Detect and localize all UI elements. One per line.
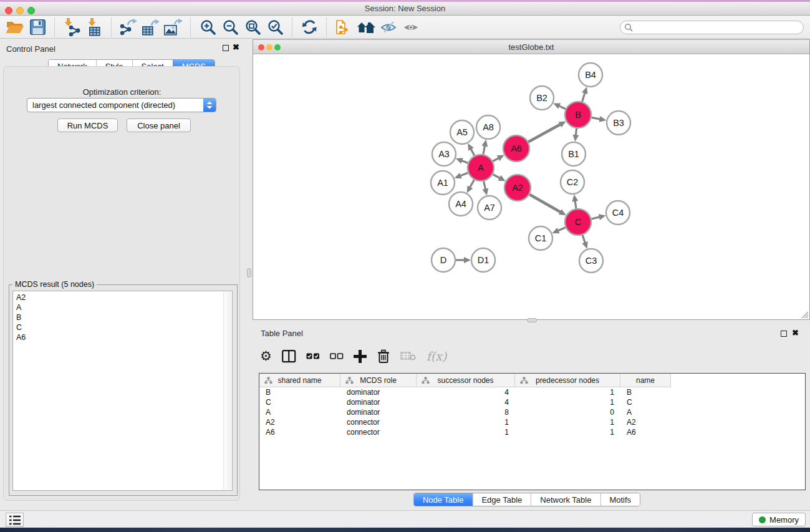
table-row[interactable]: A2connector11A2 — [259, 417, 805, 427]
graph-edge-B-B2[interactable] — [559, 106, 566, 109]
graph-arrowhead — [582, 241, 587, 249]
graph-edge-A-A4[interactable] — [470, 180, 474, 187]
graph-edge-B-B4[interactable] — [582, 93, 585, 102]
network-window-titlebar[interactable]: testGlobe.txt — [253, 40, 809, 54]
delete-columns-icon[interactable] — [377, 349, 390, 364]
deselect-all-icon[interactable] — [330, 353, 344, 359]
graph-node-label: A8 — [483, 122, 494, 132]
zoom-in-icon[interactable] — [196, 17, 219, 37]
open-session-icon[interactable] — [4, 17, 26, 37]
result-item[interactable]: B — [13, 312, 223, 322]
export-table-icon[interactable] — [140, 17, 162, 37]
column-settings-icon[interactable]: ⚙ — [260, 349, 272, 363]
optimization-criterion-label: Optimization criterion: — [0, 87, 244, 97]
table-tabs: Node Table Edge Table Network Table Moti… — [413, 493, 640, 506]
mcds-result-list[interactable]: A2 A B C A6 — [12, 291, 233, 491]
network-graph[interactable]: B4B2BB3A5A8A6B1A3AC2A1A2A4A7C4CC1C3DD1 — [253, 54, 809, 319]
result-item[interactable]: A6 — [13, 332, 223, 342]
float-panel-icon[interactable] — [781, 331, 787, 337]
run-mcds-button[interactable]: Run MCDS — [57, 118, 118, 132]
scrollbar-track[interactable] — [223, 292, 231, 490]
table-row[interactable]: Adominator80A — [259, 407, 805, 417]
column-header-mcds-role[interactable]: MCDS role — [340, 374, 417, 387]
graph-edge-A-A6[interactable] — [493, 158, 499, 161]
zoom-selected-icon[interactable] — [264, 17, 286, 37]
column-header-shared-name[interactable]: shared name — [259, 374, 340, 387]
graph-arrowhead — [456, 158, 463, 163]
horizontal-divider-grip[interactable] — [527, 318, 537, 322]
import-network-icon[interactable] — [60, 17, 83, 37]
graph-node-label: A3 — [438, 149, 450, 159]
close-panel-icon[interactable]: ✖ — [792, 329, 799, 337]
function-builder-icon[interactable]: f(x) — [427, 349, 447, 363]
new-network-file-icon[interactable] — [332, 17, 355, 37]
search-input[interactable] — [633, 22, 803, 33]
graph-edge-A-A8[interactable] — [483, 146, 485, 155]
hierarchy-icon — [345, 377, 354, 384]
add-column-icon[interactable] — [354, 350, 367, 363]
graph-node-label: B4 — [585, 70, 596, 80]
show-columns-icon[interactable] — [282, 350, 296, 363]
graph-node-label: C3 — [586, 256, 597, 266]
graph-node-label: C2 — [567, 177, 579, 187]
zoom-fit-icon[interactable] — [241, 17, 264, 37]
graph-edge-A-A7[interactable] — [484, 181, 486, 189]
graph-edge-A-A3[interactable] — [461, 160, 468, 163]
table-row[interactable]: Cdominator41C — [259, 397, 805, 407]
graph-edge-C-C1[interactable] — [558, 228, 566, 231]
hierarchy-icon — [264, 377, 272, 384]
zoom-out-icon[interactable] — [219, 17, 241, 37]
graph-edge-C-C3[interactable] — [582, 235, 585, 243]
graph-node-label: A7 — [484, 203, 495, 213]
graph-edge-A6-B[interactable] — [528, 124, 561, 142]
panel-divider-grip[interactable] — [247, 268, 251, 278]
tab-node-table[interactable]: Node Table — [414, 493, 473, 506]
network-canvas[interactable]: B4B2BB3A5A8A6B1A3AC2A1A2A4A7C4CC1C3DD1 — [253, 54, 809, 319]
network-view-window: testGlobe.txt B4B2BB3A5A8A6B1A3AC2A1A2A4… — [253, 39, 810, 320]
import-table-icon[interactable] — [83, 17, 105, 37]
column-header-name[interactable]: name — [620, 374, 671, 387]
home-icon[interactable] — [355, 17, 377, 37]
node-table[interactable]: shared name MCDS role successor nodes pr… — [259, 373, 806, 490]
tab-network-table[interactable]: Network Table — [531, 493, 600, 506]
table-row[interactable]: Bdominator41B — [259, 387, 805, 397]
graph-node-label: C — [575, 217, 581, 227]
float-panel-icon[interactable] — [223, 45, 229, 51]
column-header-predecessor-nodes[interactable]: predecessor nodes — [515, 374, 620, 387]
save-session-icon[interactable] — [26, 17, 49, 37]
graph-edge-A2-C[interactable] — [529, 195, 561, 212]
show-graphics-details-icon[interactable] — [400, 17, 422, 37]
dropdown-value: largest connected component (directed) — [32, 100, 175, 110]
close-panel-icon[interactable]: ✖ — [233, 43, 239, 52]
graph-edge-B-B3[interactable] — [592, 117, 600, 119]
window-resize-grip[interactable] — [800, 310, 809, 319]
graph-edge-C-C4[interactable] — [591, 217, 599, 219]
graph-edge-C-C2[interactable] — [575, 201, 576, 209]
tab-edge-table[interactable]: Edge Table — [472, 493, 531, 506]
titlebar: Session: New Session — [0, 2, 810, 16]
result-item[interactable]: C — [13, 322, 223, 332]
optimization-criterion-dropdown[interactable]: largest connected component (directed) — [27, 98, 216, 112]
search-field[interactable] — [620, 21, 804, 34]
list-icon — [9, 515, 21, 526]
select-all-icon[interactable] — [306, 353, 320, 359]
delete-table-icon[interactable] — [400, 351, 417, 361]
graph-node-label: A4 — [455, 199, 466, 209]
tab-motifs[interactable]: Motifs — [600, 493, 640, 506]
hide-graphics-details-icon[interactable] — [377, 17, 400, 37]
table-row[interactable]: A6connector11A6 — [259, 427, 805, 437]
close-panel-button[interactable]: Close panel — [127, 118, 191, 132]
column-header-successor-nodes[interactable]: successor nodes — [417, 374, 515, 387]
graph-edge-A-A5[interactable] — [471, 149, 475, 156]
export-network-icon[interactable] — [117, 17, 140, 37]
result-item[interactable]: A — [13, 302, 223, 312]
result-item[interactable]: A2 — [13, 293, 223, 302]
graph-edge-A-A1[interactable] — [460, 173, 468, 176]
graph-edge-A-A2[interactable] — [493, 174, 500, 178]
export-image-icon[interactable] — [162, 17, 185, 37]
task-history-button[interactable] — [6, 513, 24, 527]
refresh-icon[interactable] — [298, 17, 321, 37]
graph-edge-B-B1[interactable] — [576, 128, 576, 135]
memory-button[interactable]: Memory — [752, 513, 806, 526]
control-panel-title: Control Panel — [6, 44, 55, 54]
